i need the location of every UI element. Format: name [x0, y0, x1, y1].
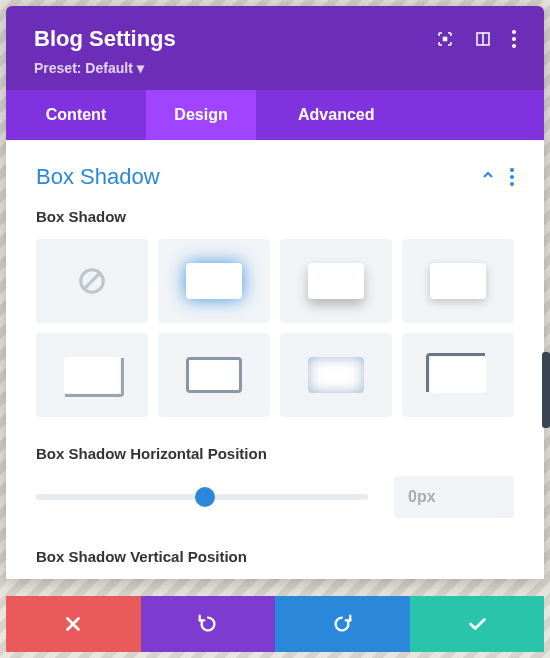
shadow-preset-offset[interactable]: [36, 333, 148, 417]
chevron-up-icon[interactable]: [480, 167, 496, 187]
horizontal-value-input[interactable]: 0px: [394, 476, 514, 518]
svg-rect-0: [444, 38, 447, 41]
scrollbar-thumb[interactable]: [542, 352, 550, 428]
shadow-preset-grid: [6, 239, 544, 445]
tab-design[interactable]: Design: [146, 90, 256, 140]
section-title[interactable]: Box Shadow: [36, 164, 466, 190]
slider-thumb[interactable]: [195, 487, 215, 507]
horizontal-position-label: Box Shadow Horizontal Position: [6, 445, 544, 476]
undo-button[interactable]: [141, 596, 276, 652]
caret-down-icon: ▾: [137, 60, 144, 76]
columns-icon[interactable]: [474, 30, 492, 48]
vertical-position-label: Box Shadow Vertical Position: [6, 548, 544, 579]
save-button[interactable]: [410, 596, 545, 652]
horizontal-slider[interactable]: [36, 494, 368, 500]
svg-line-4: [84, 273, 100, 289]
footer-actions: [6, 596, 544, 652]
tab-advanced[interactable]: Advanced: [256, 90, 544, 140]
shadow-preset-inset[interactable]: [280, 333, 392, 417]
box-shadow-label: Box Shadow: [6, 208, 544, 239]
tab-content[interactable]: Content: [6, 90, 146, 140]
shadow-preset-none[interactable]: [36, 239, 148, 323]
tab-bar: Content Design Advanced: [6, 90, 544, 140]
shadow-preset-glow[interactable]: [158, 239, 270, 323]
panel-title: Blog Settings: [34, 26, 416, 52]
section-menu-icon[interactable]: [510, 168, 514, 186]
preset-label: Preset: Default: [34, 60, 133, 76]
cancel-button[interactable]: [6, 596, 141, 652]
shadow-preset-border[interactable]: [158, 333, 270, 417]
focus-icon[interactable]: [436, 30, 454, 48]
menu-icon[interactable]: [512, 30, 516, 48]
shadow-preset-drop[interactable]: [280, 239, 392, 323]
shadow-preset-topleft[interactable]: [402, 333, 514, 417]
preset-selector[interactable]: Preset: Default▾: [34, 60, 516, 76]
shadow-preset-soft[interactable]: [402, 239, 514, 323]
redo-button[interactable]: [275, 596, 410, 652]
